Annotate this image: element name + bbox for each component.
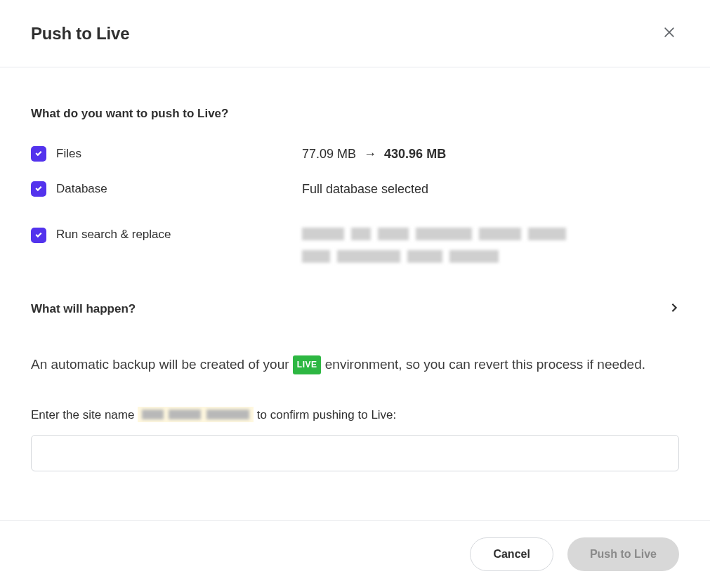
confirm-instruction: Enter the site name to confirm pushing t… bbox=[31, 407, 679, 422]
search-replace-redacted bbox=[302, 228, 566, 263]
chevron-right-icon bbox=[669, 303, 679, 315]
option-database-row: Database Full database selected bbox=[31, 181, 679, 197]
section-prompt: What do you want to push to Live? bbox=[31, 107, 679, 121]
database-info: Full database selected bbox=[302, 182, 428, 197]
site-name-redacted bbox=[138, 407, 254, 422]
dialog-title: Push to Live bbox=[31, 24, 129, 44]
backup-note-text-pre: An automatic backup will be created of y… bbox=[31, 357, 293, 372]
confirm-text-post: to confirm pushing to Live: bbox=[254, 408, 396, 422]
search-replace-checkbox[interactable] bbox=[31, 228, 46, 243]
database-label: Database bbox=[56, 182, 107, 196]
close-icon bbox=[662, 25, 676, 41]
backup-note-text-post: environment, so you can revert this proc… bbox=[321, 357, 645, 372]
arrow-right-icon: → bbox=[364, 147, 376, 161]
files-checkbox[interactable] bbox=[31, 146, 46, 162]
what-will-happen-label: What will happen? bbox=[31, 302, 136, 316]
search-replace-label: Run search & replace bbox=[56, 228, 171, 242]
dialog-header: Push to Live bbox=[0, 0, 710, 67]
cancel-button[interactable]: Cancel bbox=[470, 537, 553, 571]
what-will-happen-toggle[interactable]: What will happen? bbox=[31, 302, 679, 316]
database-checkbox[interactable] bbox=[31, 181, 46, 197]
files-size-to: 430.96 MB bbox=[384, 147, 446, 161]
push-to-live-button[interactable]: Push to Live bbox=[567, 537, 679, 571]
files-size-from: 77.09 MB bbox=[302, 147, 356, 161]
dialog-body: What do you want to push to Live? Files … bbox=[0, 67, 710, 499]
files-size-info: 77.09 MB → 430.96 MB bbox=[302, 147, 446, 162]
backup-note: An automatic backup will be created of y… bbox=[31, 353, 679, 376]
option-search-replace-row: Run search & replace bbox=[31, 228, 679, 263]
confirm-text-pre: Enter the site name bbox=[31, 408, 138, 422]
checkmark-icon bbox=[34, 229, 43, 242]
files-label: Files bbox=[56, 147, 81, 161]
checkmark-icon bbox=[34, 148, 43, 160]
live-environment-badge: LIVE bbox=[293, 355, 322, 374]
site-name-input[interactable] bbox=[31, 435, 679, 471]
option-files-row: Files 77.09 MB → 430.96 MB bbox=[31, 146, 679, 162]
checkmark-icon bbox=[34, 183, 43, 195]
dialog-footer: Cancel Push to Live bbox=[0, 520, 710, 588]
close-button[interactable] bbox=[659, 22, 679, 44]
